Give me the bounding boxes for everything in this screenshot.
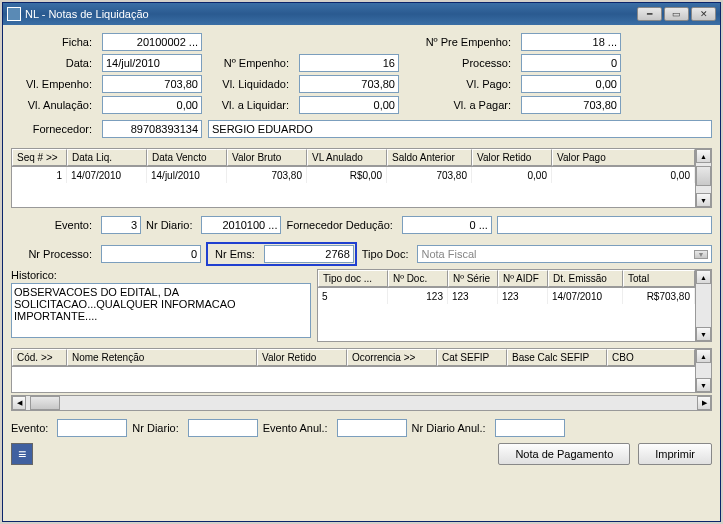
scroll-left-icon[interactable]: ◀ bbox=[12, 396, 26, 410]
col-valor-bruto[interactable]: Valor Bruto bbox=[227, 149, 307, 166]
col-valor-retido[interactable]: Valor Retido bbox=[257, 349, 347, 366]
col-valor-pago[interactable]: Valor Pago bbox=[552, 149, 695, 166]
data-label: Data: bbox=[11, 57, 96, 69]
vl-empenho-label: Vl. Empenho: bbox=[11, 78, 96, 90]
minimize-button[interactable]: ━ bbox=[637, 7, 662, 21]
processo-label: Processo: bbox=[405, 57, 515, 69]
col-ocorrencia[interactable]: Ocorrencia >> bbox=[347, 349, 437, 366]
historico-textarea[interactable]: OBSERVACOES DO EDITAL, DA SOLICITACAO...… bbox=[11, 283, 311, 338]
col-seq[interactable]: Seq # >> bbox=[12, 149, 67, 166]
col-data-liq[interactable]: Data Liq. bbox=[67, 149, 147, 166]
fornecedor-deducao-label: Fornecedor Dedução: bbox=[286, 219, 396, 231]
col-n-aidf[interactable]: Nº AIDF bbox=[498, 270, 548, 287]
scroll-down-icon[interactable]: ▼ bbox=[696, 378, 711, 392]
data-input[interactable]: 14/jul/2010 bbox=[102, 54, 202, 72]
nr-diario2-label: Nr Diario: bbox=[132, 422, 182, 434]
evento2-input[interactable] bbox=[57, 419, 127, 437]
vl-liquidado-input: 703,80 bbox=[299, 75, 399, 93]
col-nome-retencao[interactable]: Nome Retenção bbox=[67, 349, 257, 366]
vl-a-pagar-input: 703,80 bbox=[521, 96, 621, 114]
col-n-serie[interactable]: Nº Série bbox=[448, 270, 498, 287]
maximize-button[interactable]: ▭ bbox=[664, 7, 689, 21]
vl-a-liquidar-input: 0,00 bbox=[299, 96, 399, 114]
nr-diario-anul-input[interactable] bbox=[495, 419, 565, 437]
vl-a-liquidar-label: Vl. a Liquidar: bbox=[208, 99, 293, 111]
n-empenho-input[interactable]: 16 bbox=[299, 54, 399, 72]
col-saldo-anterior[interactable]: Saldo Anterior bbox=[387, 149, 472, 166]
fornecedor-cod-input[interactable]: 89708393134 bbox=[102, 120, 202, 138]
vertical-scrollbar[interactable]: ▲ ▼ bbox=[695, 270, 711, 341]
retencao-grid[interactable]: Cód. >> Nome Retenção Valor Retido Ocorr… bbox=[11, 348, 712, 393]
window-title: NL - Notas de Liquidação bbox=[25, 8, 635, 20]
scroll-right-icon[interactable]: ▶ bbox=[697, 396, 711, 410]
nr-processo-label: Nr Processo: bbox=[11, 248, 96, 260]
window-frame: NL - Notas de Liquidação ━ ▭ ✕ Ficha: 20… bbox=[2, 2, 721, 522]
fornecedor-deducao-input[interactable]: 0 ... bbox=[402, 216, 492, 234]
col-dt-emissao[interactable]: Dt. Emissão bbox=[548, 270, 623, 287]
content-area: Ficha: 20100002 ... Nº Pre Empenho: 18 .… bbox=[3, 25, 720, 473]
titlebar[interactable]: NL - Notas de Liquidação ━ ▭ ✕ bbox=[3, 3, 720, 25]
pre-empenho-input[interactable]: 18 ... bbox=[521, 33, 621, 51]
fornecedor-nome-input: SERGIO EDUARDO bbox=[208, 120, 712, 138]
processo-input[interactable]: 0 bbox=[521, 54, 621, 72]
evento-anul-input[interactable] bbox=[337, 419, 407, 437]
vl-anulacao-label: Vl. Anulação: bbox=[11, 99, 96, 111]
close-button[interactable]: ✕ bbox=[691, 7, 716, 21]
nr-ems-input[interactable]: 2768 bbox=[264, 245, 354, 263]
vl-anulacao-input: 0,00 bbox=[102, 96, 202, 114]
nr-diario-input[interactable]: 2010100 ... bbox=[201, 216, 281, 234]
fornecedor-label: Fornecedor: bbox=[11, 123, 96, 135]
scroll-down-icon[interactable]: ▼ bbox=[696, 193, 711, 207]
imprimir-button[interactable]: Imprimir bbox=[638, 443, 712, 465]
documento-grid[interactable]: Tipo doc ... Nº Doc. Nº Série Nº AIDF Dt… bbox=[317, 269, 712, 342]
vl-empenho-input: 703,80 bbox=[102, 75, 202, 93]
vl-pago-label: Vl. Pago: bbox=[405, 78, 515, 90]
scroll-up-icon[interactable]: ▲ bbox=[696, 349, 711, 363]
fornecedor-deducao-nome bbox=[497, 216, 712, 234]
evento-input[interactable]: 3 bbox=[101, 216, 141, 234]
ficha-input[interactable]: 20100002 ... bbox=[102, 33, 202, 51]
table-row[interactable]: 1 14/07/2010 14/jul/2010 703,80 R$0,00 7… bbox=[12, 167, 695, 183]
col-vl-anulado[interactable]: VL Anulado bbox=[307, 149, 387, 166]
nota-pagamento-button[interactable]: Nota de Pagamento bbox=[498, 443, 630, 465]
evento2-label: Evento: bbox=[11, 422, 52, 434]
col-data-vencto[interactable]: Data Vencto bbox=[147, 149, 227, 166]
col-cat-sefip[interactable]: Cat SEFIP bbox=[437, 349, 507, 366]
col-total[interactable]: Total bbox=[623, 270, 695, 287]
vl-pago-input: 0,00 bbox=[521, 75, 621, 93]
liquidacao-grid[interactable]: Seq # >> Data Liq. Data Vencto Valor Bru… bbox=[11, 148, 712, 208]
evento-label: Evento: bbox=[11, 219, 96, 231]
nr-ems-highlight: Nr Ems: 2768 bbox=[206, 242, 357, 266]
vertical-scrollbar[interactable]: ▲ ▼ bbox=[695, 149, 711, 207]
col-cod[interactable]: Cód. >> bbox=[12, 349, 67, 366]
tipo-doc-label: Tipo Doc: bbox=[362, 248, 413, 260]
nr-diario-anul-label: Nr Diario Anul.: bbox=[412, 422, 490, 434]
table-row[interactable]: 5 123 123 123 14/07/2010 R$703,80 bbox=[318, 288, 695, 304]
window-icon bbox=[7, 7, 21, 21]
col-n-doc[interactable]: Nº Doc. bbox=[388, 270, 448, 287]
col-cbo[interactable]: CBO bbox=[607, 349, 695, 366]
scroll-up-icon[interactable]: ▲ bbox=[696, 149, 711, 163]
col-base-calc[interactable]: Base Calc SEFIP bbox=[507, 349, 607, 366]
vl-liquidado-label: Vl. Liquidado: bbox=[208, 78, 293, 90]
vl-a-pagar-label: Vl. a Pagar: bbox=[405, 99, 515, 111]
scroll-thumb[interactable] bbox=[696, 166, 711, 186]
chevron-down-icon[interactable]: ▼ bbox=[694, 250, 708, 259]
historico-label: Historico: bbox=[11, 269, 311, 281]
col-tipo-doc[interactable]: Tipo doc ... bbox=[318, 270, 388, 287]
nr-diario-label: Nr Diario: bbox=[146, 219, 196, 231]
ficha-label: Ficha: bbox=[11, 36, 96, 48]
n-empenho-label: Nº Empenho: bbox=[208, 57, 293, 69]
horizontal-scrollbar[interactable]: ◀ ▶ bbox=[11, 395, 712, 411]
pre-empenho-label: Nº Pre Empenho: bbox=[405, 36, 515, 48]
scroll-up-icon[interactable]: ▲ bbox=[696, 270, 711, 284]
nr-diario2-input[interactable] bbox=[188, 419, 258, 437]
vertical-scrollbar[interactable]: ▲ ▼ bbox=[695, 349, 711, 392]
scroll-down-icon[interactable]: ▼ bbox=[696, 327, 711, 341]
col-valor-retido[interactable]: Valor Retido bbox=[472, 149, 552, 166]
menu-icon[interactable] bbox=[11, 443, 33, 465]
tipo-doc-dropdown[interactable]: Nota Fiscal ▼ bbox=[417, 245, 712, 263]
nr-ems-label: Nr Ems: bbox=[209, 248, 261, 260]
scroll-thumb[interactable] bbox=[30, 396, 60, 410]
nr-processo-input[interactable]: 0 bbox=[101, 245, 201, 263]
